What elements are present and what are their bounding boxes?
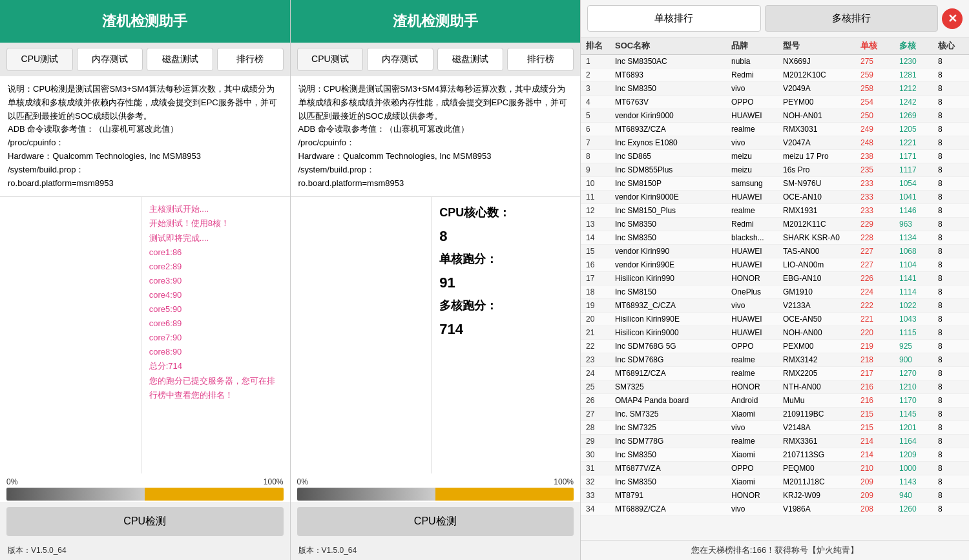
cell-rank: 3 [586,84,615,93]
result-core-val: 8 [439,223,572,249]
middle-tab-ranking[interactable]: 排行榜 [507,48,574,71]
right-tab-multi[interactable]: 多核排行 [765,5,939,32]
cell-cores: 8 [938,57,964,66]
cell-cores: 8 [938,491,964,500]
left-tab-disk[interactable]: 磁盘测试 [147,48,213,71]
cell-model: OCE-AN10 [783,192,860,202]
cell-cores: 8 [938,220,964,229]
middle-test-log-area [291,197,432,473]
cell-soc: Inc SM8150 [615,287,731,296]
cell-rank: 23 [586,355,615,364]
log-line-7: core4:90 [149,288,282,302]
cell-brand: HUAWEI [731,111,783,120]
cell-brand: Xiaomi [731,410,783,419]
table-row: 6 MT6893Z/CZA realme RMX3031 249 1205 8 [581,123,969,136]
header-model: 型号 [783,40,860,52]
right-tab-single[interactable]: 单核排行 [587,5,761,32]
left-detect-button[interactable]: CPU检测 [6,507,284,536]
left-tab-memory[interactable]: 内存测试 [77,48,143,71]
middle-header: 渣机检测助手 [291,0,581,43]
cell-single: 233 [860,206,899,215]
cell-brand: Xiaomi [731,450,783,459]
cell-model: V2148A [783,423,860,432]
right-tabs-bar: 单核排行 多核排行 ✕ [581,0,969,37]
cell-rank: 24 [586,369,615,378]
cell-brand: Android [731,396,783,405]
table-row: 27 Inc. SM7325 Xiaomi 2109119BC 215 1145… [581,408,969,421]
cell-model: M2012K10C [783,70,860,79]
cell-single: 275 [860,57,899,66]
cell-multi: 940 [899,491,938,500]
log-line-4: core1:86 [149,245,282,260]
cell-multi: 1145 [899,410,938,419]
cell-model: LIO-AN00m [783,260,860,269]
cell-model: M2011J18C [783,477,860,486]
middle-detect-button[interactable]: CPU检测 [297,507,574,536]
cell-brand: HUAWEI [731,192,783,202]
cell-model: SHARK KSR-A0 [783,233,860,242]
cell-single: 254 [860,98,899,107]
cell-cores: 8 [938,382,964,391]
table-row: 33 MT8791 HONOR KRJ2-W09 209 940 8 [581,489,969,503]
cell-rank: 13 [586,220,615,229]
middle-tab-memory[interactable]: 内存测试 [367,48,433,71]
cell-soc: Inc SM8150_Plus [615,206,731,215]
cell-brand: OPPO [731,98,783,107]
cell-brand: realme [731,437,783,446]
cell-cores: 8 [938,450,964,459]
cell-multi: 1117 [899,165,938,174]
cell-multi: 1068 [899,247,938,256]
log-line-11: core8:90 [149,345,282,359]
middle-tab-disk[interactable]: 磁盘测试 [437,48,504,71]
cell-cores: 8 [938,179,964,188]
cell-multi: 1043 [899,315,938,324]
left-tab-cpu[interactable]: CPU测试 [6,48,73,71]
cell-rank: 17 [586,274,615,283]
cell-brand: vivo [731,138,783,147]
table-body: 1 Inc SM8350AC nubia NX669J 275 1230 8 2… [581,55,969,540]
cell-rank: 4 [586,98,615,107]
cell-multi: 1134 [899,233,938,242]
cell-multi: 1143 [899,477,938,486]
cell-model: NTH-AN00 [783,382,860,391]
left-version: 版本：V1.5.0_64 [0,541,290,560]
cell-soc: Inc SDM778G [615,437,731,446]
log-line-8: core5:90 [149,302,282,316]
cell-multi: 1146 [899,206,938,215]
cell-rank: 31 [586,464,615,473]
cell-rank: 19 [586,301,615,310]
table-row: 16 vendor Kirin990E HUAWEI LIO-AN00m 227… [581,258,969,272]
cell-single: 218 [860,355,899,364]
cell-cores: 8 [938,464,964,473]
middle-panel: 渣机检测助手 CPU测试 内存测试 磁盘测试 排行榜 说明：CPU检测是测试国密… [291,0,581,560]
cell-cores: 8 [938,98,964,107]
cell-model: NX669J [783,57,860,66]
cell-single: 216 [860,396,899,405]
left-tab-ranking[interactable]: 排行榜 [217,48,284,71]
cell-single: 228 [860,233,899,242]
middle-tab-cpu[interactable]: CPU测试 [297,48,364,71]
cell-model: RMX2205 [783,369,860,378]
cell-single: 221 [860,315,899,324]
header-multi: 多核 [899,40,938,52]
left-progress-area: 0% 100% [0,473,290,502]
cell-cores: 8 [938,328,964,337]
cell-rank: 7 [586,138,615,147]
table-row: 2 MT6893 Redmi M2012K10C 259 1281 8 [581,68,969,82]
table-row: 28 Inc SM7325 vivo V2148A 215 1201 8 [581,421,969,435]
cell-soc: MT6893Z/CZA [615,125,731,134]
header-single: 单核 [860,40,899,52]
cell-model: 16s Pro [783,165,860,174]
table-row: 29 Inc SDM778G realme RMX3361 214 1164 8 [581,435,969,448]
close-button[interactable]: ✕ [942,8,963,29]
table-row: 19 MT6893Z_C/CZA vivo V2133A 222 1022 8 [581,299,969,313]
table-header: 排名 SOC名称 品牌 型号 单核 多核 核心 [581,37,969,55]
left-progress-right-label: 100% [264,477,284,486]
log-line-10: core7:90 [149,331,282,345]
left-progress-bar [6,488,284,501]
cell-rank: 11 [586,192,615,202]
cell-model: V1986A [783,504,860,513]
cell-multi: 1164 [899,437,938,446]
left-info: 说明：CPU检测是测试国密SM3+SM4算法每秒运算次数，其中成绩分为单核成绩和… [0,76,290,197]
table-row: 10 Inc SM8150P samsung SM-N976U 233 1054… [581,177,969,191]
